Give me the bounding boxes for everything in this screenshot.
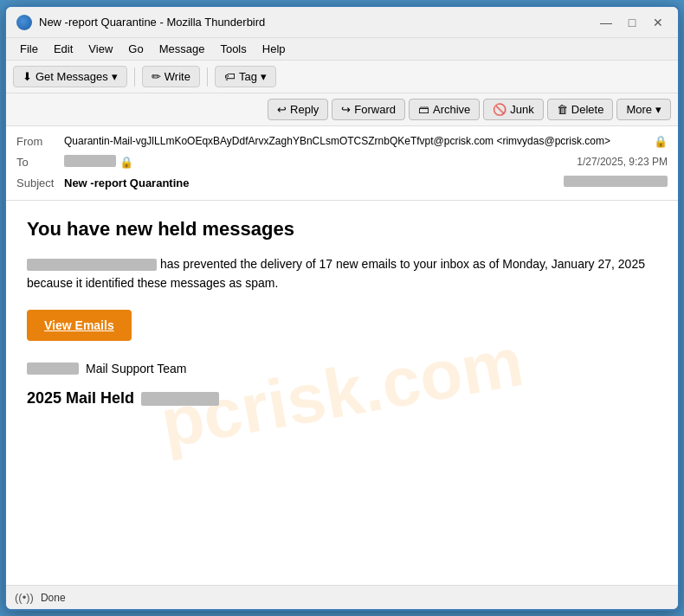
more-chevron-icon: ▾ bbox=[655, 103, 661, 116]
view-emails-wrapper: View Emails bbox=[27, 310, 657, 362]
get-messages-arrow-icon: ▾ bbox=[112, 70, 118, 83]
email-body: pcrisk.com You have new held messages ha… bbox=[6, 201, 678, 585]
menu-edit[interactable]: Edit bbox=[47, 41, 80, 57]
to-value-redacted bbox=[64, 155, 116, 167]
junk-icon: 🚫 bbox=[493, 103, 507, 116]
title-controls: — □ ✕ bbox=[597, 13, 668, 32]
write-button[interactable]: ✏ Write bbox=[142, 66, 200, 87]
menu-go[interactable]: Go bbox=[121, 41, 150, 57]
email-paragraph: has prevented the delivery of 17 new ema… bbox=[27, 254, 657, 293]
status-text: Done bbox=[41, 592, 66, 604]
get-messages-button[interactable]: ⬇ Get Messages ▾ bbox=[13, 66, 127, 87]
reply-button[interactable]: ↩ Reply bbox=[268, 99, 328, 120]
app-icon bbox=[16, 15, 32, 30]
signal-icon: ((•)) bbox=[15, 591, 34, 604]
from-value: Quarantin-Mail-vgJlLLmKoOEqxBAyDdfArvxZa… bbox=[64, 134, 650, 149]
from-lock-icon: 🔒 bbox=[654, 134, 668, 150]
more-button[interactable]: More ▾ bbox=[616, 99, 671, 120]
subject-value: New -report Quarantine bbox=[64, 176, 560, 191]
window-title: New -report Quarantine - Mozilla Thunder… bbox=[39, 16, 597, 29]
reply-icon: ↩ bbox=[277, 103, 287, 116]
close-button[interactable]: ✕ bbox=[649, 13, 668, 32]
email-title: You have new held messages bbox=[27, 218, 657, 241]
tag-icon: 🏷 bbox=[224, 70, 236, 83]
action-bar: ↩ Reply ↪ Forward 🗃 Archive 🚫 Junk 🗑 Del… bbox=[6, 93, 678, 126]
get-messages-icon: ⬇ bbox=[23, 70, 32, 83]
support-team-row: Mail Support Team bbox=[27, 362, 657, 375]
to-row: To 🔒 1/27/2025, 9:23 PM bbox=[16, 152, 668, 173]
email-date: 1/27/2025, 9:23 PM bbox=[577, 155, 668, 170]
from-label: From bbox=[16, 134, 64, 150]
menu-view[interactable]: View bbox=[81, 41, 119, 57]
menu-message[interactable]: Message bbox=[152, 41, 212, 57]
from-row: From Quarantin-Mail-vgJlLLmKoOEqxBAyDdfA… bbox=[16, 132, 668, 152]
toolbar: ⬇ Get Messages ▾ ✏ Write 🏷 Tag ▾ bbox=[6, 61, 678, 93]
forward-icon: ↪ bbox=[341, 103, 351, 116]
menu-bar: File Edit View Go Message Tools Help bbox=[6, 38, 678, 61]
delete-button[interactable]: 🗑 Delete bbox=[547, 99, 614, 120]
write-icon: ✏ bbox=[152, 70, 161, 83]
archive-icon: 🗃 bbox=[418, 103, 429, 116]
subject-redacted bbox=[564, 176, 668, 187]
menu-tools[interactable]: Tools bbox=[213, 41, 253, 57]
menu-file[interactable]: File bbox=[13, 41, 45, 57]
toolbar-divider-2 bbox=[207, 67, 208, 87]
tag-arrow-icon: ▾ bbox=[261, 70, 267, 83]
forward-button[interactable]: ↪ Forward bbox=[332, 99, 405, 120]
maximize-button[interactable]: □ bbox=[623, 13, 642, 32]
title-bar: New -report Quarantine - Mozilla Thunder… bbox=[6, 7, 678, 38]
email-header: From Quarantin-Mail-vgJlLLmKoOEqxBAyDdfA… bbox=[6, 126, 678, 201]
subject-row: Subject New -report Quarantine bbox=[16, 173, 668, 194]
subject-label: Subject bbox=[16, 176, 64, 191]
email-content: You have new held messages has prevented… bbox=[27, 218, 657, 408]
archive-button[interactable]: 🗃 Archive bbox=[409, 99, 480, 120]
sender-redacted bbox=[27, 259, 157, 271]
toolbar-divider-1 bbox=[134, 67, 135, 87]
main-window: New -report Quarantine - Mozilla Thunder… bbox=[4, 5, 680, 611]
junk-button[interactable]: 🚫 Junk bbox=[483, 99, 543, 120]
view-emails-button[interactable]: View Emails bbox=[27, 310, 132, 341]
menu-help[interactable]: Help bbox=[255, 41, 293, 57]
support-team-label: Mail Support Team bbox=[86, 362, 186, 375]
minimize-button[interactable]: — bbox=[597, 13, 616, 32]
mail-held-label: 2025 Mail Held bbox=[27, 389, 134, 407]
to-lock-icon: 🔒 bbox=[119, 155, 133, 170]
to-label: To bbox=[16, 155, 64, 170]
delete-icon: 🗑 bbox=[557, 103, 568, 116]
mail-held-row: 2025 Mail Held bbox=[27, 389, 657, 407]
mail-held-redacted bbox=[141, 392, 219, 406]
status-bar: ((•)) Done bbox=[6, 585, 678, 609]
tag-button[interactable]: 🏷 Tag ▾ bbox=[215, 66, 276, 87]
support-team-redacted bbox=[27, 363, 79, 375]
